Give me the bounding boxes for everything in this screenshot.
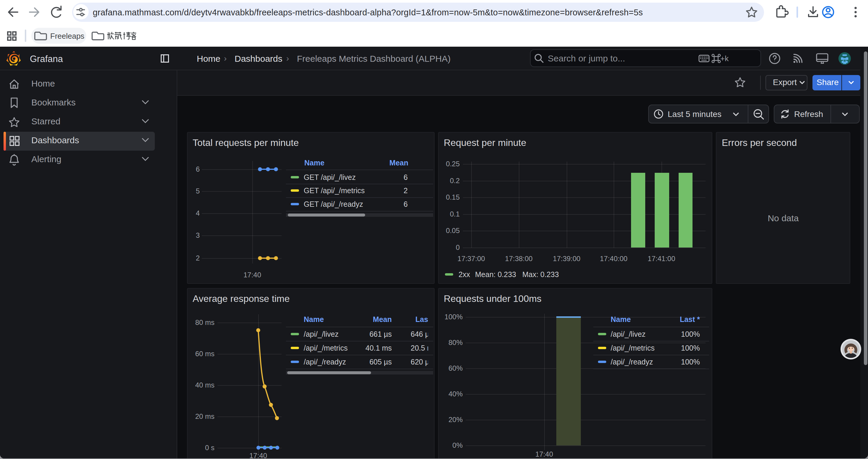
svg-text:+k: +k [720,54,729,63]
